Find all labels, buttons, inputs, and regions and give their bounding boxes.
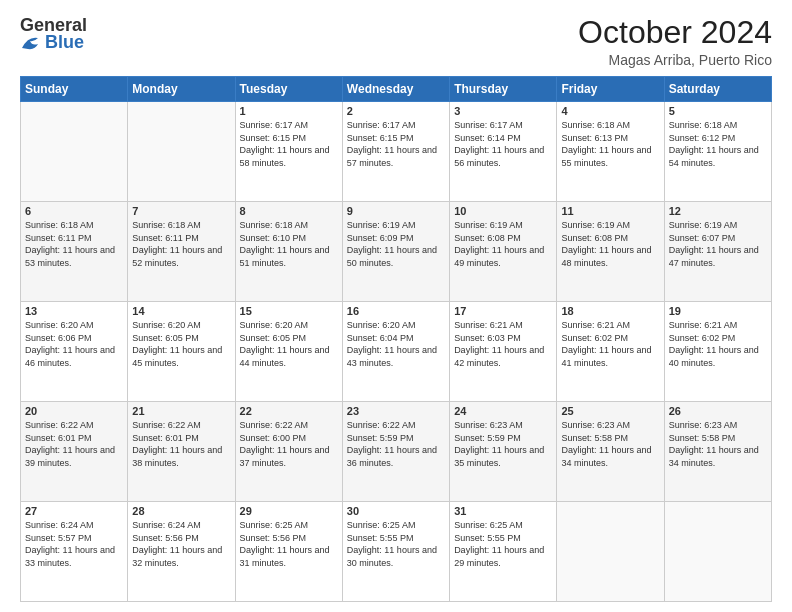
calendar-day-header: Friday	[557, 77, 664, 102]
day-info: Sunrise: 6:23 AM Sunset: 5:58 PM Dayligh…	[561, 419, 659, 469]
day-info: Sunrise: 6:19 AM Sunset: 6:08 PM Dayligh…	[561, 219, 659, 269]
day-info: Sunrise: 6:18 AM Sunset: 6:13 PM Dayligh…	[561, 119, 659, 169]
calendar-cell: 11Sunrise: 6:19 AM Sunset: 6:08 PM Dayli…	[557, 202, 664, 302]
day-info: Sunrise: 6:25 AM Sunset: 5:55 PM Dayligh…	[454, 519, 552, 569]
calendar-cell: 17Sunrise: 6:21 AM Sunset: 6:03 PM Dayli…	[450, 302, 557, 402]
calendar: SundayMondayTuesdayWednesdayThursdayFrid…	[20, 76, 772, 602]
day-info: Sunrise: 6:21 AM Sunset: 6:02 PM Dayligh…	[561, 319, 659, 369]
calendar-cell: 20Sunrise: 6:22 AM Sunset: 6:01 PM Dayli…	[21, 402, 128, 502]
day-number: 25	[561, 405, 659, 417]
day-info: Sunrise: 6:18 AM Sunset: 6:12 PM Dayligh…	[669, 119, 767, 169]
day-number: 19	[669, 305, 767, 317]
day-info: Sunrise: 6:21 AM Sunset: 6:02 PM Dayligh…	[669, 319, 767, 369]
day-info: Sunrise: 6:18 AM Sunset: 6:11 PM Dayligh…	[25, 219, 123, 269]
day-number: 29	[240, 505, 338, 517]
calendar-week-row: 20Sunrise: 6:22 AM Sunset: 6:01 PM Dayli…	[21, 402, 772, 502]
day-number: 27	[25, 505, 123, 517]
calendar-cell: 19Sunrise: 6:21 AM Sunset: 6:02 PM Dayli…	[664, 302, 771, 402]
month-title: October 2024	[578, 15, 772, 50]
day-info: Sunrise: 6:20 AM Sunset: 6:05 PM Dayligh…	[240, 319, 338, 369]
day-info: Sunrise: 6:20 AM Sunset: 6:05 PM Dayligh…	[132, 319, 230, 369]
day-number: 18	[561, 305, 659, 317]
calendar-day-header: Sunday	[21, 77, 128, 102]
calendar-cell: 22Sunrise: 6:22 AM Sunset: 6:00 PM Dayli…	[235, 402, 342, 502]
day-info: Sunrise: 6:22 AM Sunset: 5:59 PM Dayligh…	[347, 419, 445, 469]
calendar-cell: 7Sunrise: 6:18 AM Sunset: 6:11 PM Daylig…	[128, 202, 235, 302]
calendar-cell: 25Sunrise: 6:23 AM Sunset: 5:58 PM Dayli…	[557, 402, 664, 502]
day-info: Sunrise: 6:23 AM Sunset: 5:58 PM Dayligh…	[669, 419, 767, 469]
calendar-cell: 18Sunrise: 6:21 AM Sunset: 6:02 PM Dayli…	[557, 302, 664, 402]
calendar-cell: 15Sunrise: 6:20 AM Sunset: 6:05 PM Dayli…	[235, 302, 342, 402]
header: General Blue October 2024 Magas Arriba, …	[20, 15, 772, 68]
day-number: 2	[347, 105, 445, 117]
calendar-cell	[128, 102, 235, 202]
day-number: 16	[347, 305, 445, 317]
day-number: 1	[240, 105, 338, 117]
day-info: Sunrise: 6:22 AM Sunset: 6:01 PM Dayligh…	[132, 419, 230, 469]
day-info: Sunrise: 6:25 AM Sunset: 5:55 PM Dayligh…	[347, 519, 445, 569]
calendar-cell: 12Sunrise: 6:19 AM Sunset: 6:07 PM Dayli…	[664, 202, 771, 302]
calendar-cell: 14Sunrise: 6:20 AM Sunset: 6:05 PM Dayli…	[128, 302, 235, 402]
day-number: 14	[132, 305, 230, 317]
day-number: 28	[132, 505, 230, 517]
day-info: Sunrise: 6:20 AM Sunset: 6:06 PM Dayligh…	[25, 319, 123, 369]
day-number: 6	[25, 205, 123, 217]
calendar-cell: 13Sunrise: 6:20 AM Sunset: 6:06 PM Dayli…	[21, 302, 128, 402]
day-info: Sunrise: 6:17 AM Sunset: 6:14 PM Dayligh…	[454, 119, 552, 169]
day-number: 8	[240, 205, 338, 217]
calendar-day-header: Wednesday	[342, 77, 449, 102]
calendar-day-header: Saturday	[664, 77, 771, 102]
day-number: 7	[132, 205, 230, 217]
calendar-cell	[21, 102, 128, 202]
calendar-header-row: SundayMondayTuesdayWednesdayThursdayFrid…	[21, 77, 772, 102]
day-info: Sunrise: 6:19 AM Sunset: 6:08 PM Dayligh…	[454, 219, 552, 269]
calendar-cell	[664, 502, 771, 602]
calendar-cell: 31Sunrise: 6:25 AM Sunset: 5:55 PM Dayli…	[450, 502, 557, 602]
calendar-cell: 27Sunrise: 6:24 AM Sunset: 5:57 PM Dayli…	[21, 502, 128, 602]
calendar-cell: 21Sunrise: 6:22 AM Sunset: 6:01 PM Dayli…	[128, 402, 235, 502]
calendar-day-header: Monday	[128, 77, 235, 102]
day-info: Sunrise: 6:19 AM Sunset: 6:07 PM Dayligh…	[669, 219, 767, 269]
day-info: Sunrise: 6:22 AM Sunset: 6:00 PM Dayligh…	[240, 419, 338, 469]
calendar-day-header: Thursday	[450, 77, 557, 102]
page: General Blue October 2024 Magas Arriba, …	[0, 0, 792, 612]
calendar-cell: 26Sunrise: 6:23 AM Sunset: 5:58 PM Dayli…	[664, 402, 771, 502]
day-info: Sunrise: 6:24 AM Sunset: 5:56 PM Dayligh…	[132, 519, 230, 569]
calendar-cell: 3Sunrise: 6:17 AM Sunset: 6:14 PM Daylig…	[450, 102, 557, 202]
day-info: Sunrise: 6:18 AM Sunset: 6:11 PM Dayligh…	[132, 219, 230, 269]
day-number: 26	[669, 405, 767, 417]
day-info: Sunrise: 6:19 AM Sunset: 6:09 PM Dayligh…	[347, 219, 445, 269]
title-area: October 2024 Magas Arriba, Puerto Rico	[578, 15, 772, 68]
calendar-week-row: 27Sunrise: 6:24 AM Sunset: 5:57 PM Dayli…	[21, 502, 772, 602]
day-number: 23	[347, 405, 445, 417]
day-number: 10	[454, 205, 552, 217]
day-info: Sunrise: 6:23 AM Sunset: 5:59 PM Dayligh…	[454, 419, 552, 469]
day-number: 21	[132, 405, 230, 417]
location: Magas Arriba, Puerto Rico	[578, 52, 772, 68]
day-info: Sunrise: 6:24 AM Sunset: 5:57 PM Dayligh…	[25, 519, 123, 569]
calendar-cell	[557, 502, 664, 602]
day-number: 20	[25, 405, 123, 417]
calendar-cell: 9Sunrise: 6:19 AM Sunset: 6:09 PM Daylig…	[342, 202, 449, 302]
logo-blue-text: Blue	[45, 32, 84, 53]
calendar-cell: 6Sunrise: 6:18 AM Sunset: 6:11 PM Daylig…	[21, 202, 128, 302]
day-info: Sunrise: 6:22 AM Sunset: 6:01 PM Dayligh…	[25, 419, 123, 469]
calendar-day-header: Tuesday	[235, 77, 342, 102]
day-number: 12	[669, 205, 767, 217]
calendar-week-row: 6Sunrise: 6:18 AM Sunset: 6:11 PM Daylig…	[21, 202, 772, 302]
calendar-week-row: 1Sunrise: 6:17 AM Sunset: 6:15 PM Daylig…	[21, 102, 772, 202]
calendar-cell: 1Sunrise: 6:17 AM Sunset: 6:15 PM Daylig…	[235, 102, 342, 202]
day-info: Sunrise: 6:25 AM Sunset: 5:56 PM Dayligh…	[240, 519, 338, 569]
day-number: 4	[561, 105, 659, 117]
day-number: 17	[454, 305, 552, 317]
day-number: 9	[347, 205, 445, 217]
logo: General Blue	[20, 15, 87, 53]
calendar-cell: 23Sunrise: 6:22 AM Sunset: 5:59 PM Dayli…	[342, 402, 449, 502]
day-number: 5	[669, 105, 767, 117]
day-number: 24	[454, 405, 552, 417]
day-info: Sunrise: 6:17 AM Sunset: 6:15 PM Dayligh…	[240, 119, 338, 169]
calendar-cell: 30Sunrise: 6:25 AM Sunset: 5:55 PM Dayli…	[342, 502, 449, 602]
day-number: 22	[240, 405, 338, 417]
day-info: Sunrise: 6:17 AM Sunset: 6:15 PM Dayligh…	[347, 119, 445, 169]
logo-bird-icon	[20, 34, 42, 52]
